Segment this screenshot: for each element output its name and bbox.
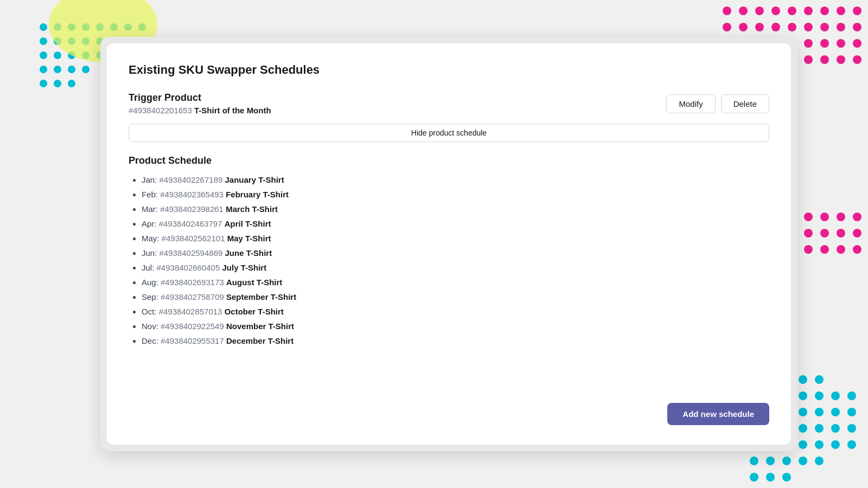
svg-point-112 xyxy=(799,457,807,465)
schedule-sku: #4938402398261 xyxy=(160,204,226,214)
svg-point-66 xyxy=(820,229,829,237)
schedule-list-item: Apr: #4938402463797 April T-Shirt xyxy=(142,219,769,228)
schedule-sku: #4938402594869 xyxy=(159,248,225,258)
svg-point-98 xyxy=(799,424,807,433)
svg-point-53 xyxy=(837,39,845,48)
trigger-name: T-Shirt of the Month xyxy=(194,106,271,115)
schedule-month: Jul: xyxy=(142,263,157,272)
svg-point-36 xyxy=(837,7,845,15)
svg-point-44 xyxy=(820,23,829,31)
card-wrapper: Existing SKU Swapper Schedules Trigger P… xyxy=(100,37,797,451)
svg-point-27 xyxy=(68,80,75,87)
svg-point-41 xyxy=(771,23,780,31)
schedule-product-name: September T-Shirt xyxy=(226,292,296,301)
svg-point-64 xyxy=(853,213,861,221)
pink-dots-mid-right xyxy=(797,206,868,342)
card-footer: Add new schedule xyxy=(129,392,769,425)
svg-point-17 xyxy=(54,52,61,59)
svg-point-45 xyxy=(837,23,845,31)
schedule-product-name: March T-Shirt xyxy=(226,204,278,214)
schedule-list-item: Jan: #4938402267189 January T-Shirt xyxy=(142,175,769,184)
svg-point-57 xyxy=(804,55,813,64)
schedule-month: Aug: xyxy=(142,278,161,287)
svg-point-2 xyxy=(68,23,75,31)
svg-point-105 xyxy=(799,440,807,449)
schedule-month: May: xyxy=(142,234,162,243)
schedule-list-item: Jul: #4938402660405 July T-Shirt xyxy=(142,263,769,272)
schedule-list-item: May: #4938402562101 May T-Shirt xyxy=(142,234,769,243)
svg-point-31 xyxy=(755,7,764,15)
svg-point-94 xyxy=(847,408,856,416)
svg-point-111 xyxy=(782,457,791,465)
svg-point-87 xyxy=(847,391,856,400)
schedule-sku: #4938402758709 xyxy=(161,292,226,301)
svg-point-84 xyxy=(799,391,807,400)
schedule-month: Jun: xyxy=(142,248,159,258)
schedule-sku: #4938402562101 xyxy=(162,234,227,243)
schedule-month: Apr: xyxy=(142,219,159,228)
add-new-schedule-button[interactable]: Add new schedule xyxy=(667,403,769,425)
svg-point-7 xyxy=(138,23,146,31)
svg-point-106 xyxy=(815,440,824,449)
svg-point-21 xyxy=(40,66,47,73)
svg-point-101 xyxy=(847,424,856,433)
svg-point-25 xyxy=(40,80,47,87)
schedule-month: Mar: xyxy=(142,204,160,214)
trigger-sku: #4938402201653 xyxy=(129,106,192,115)
schedule-month: Oct: xyxy=(142,307,159,316)
schedule-month: Nov: xyxy=(142,322,161,331)
schedule-product-name: December T-Shirt xyxy=(226,336,293,345)
svg-point-40 xyxy=(755,23,764,31)
svg-point-22 xyxy=(54,66,61,73)
svg-point-18 xyxy=(68,52,75,59)
svg-point-51 xyxy=(804,39,813,48)
svg-point-32 xyxy=(771,7,780,15)
schedule-product-name: January T-Shirt xyxy=(225,175,284,184)
svg-point-19 xyxy=(82,52,90,59)
svg-point-85 xyxy=(815,391,824,400)
main-card: Existing SKU Swapper Schedules Trigger P… xyxy=(107,43,791,445)
svg-point-100 xyxy=(831,424,840,433)
schedule-product-name: August T-Shirt xyxy=(226,278,282,287)
svg-point-107 xyxy=(831,440,840,449)
svg-point-26 xyxy=(54,80,61,87)
schedule-sku: #4938402922549 xyxy=(161,322,226,331)
svg-point-113 xyxy=(815,457,824,465)
svg-point-116 xyxy=(782,473,791,481)
schedule-sku: #4938402660405 xyxy=(157,263,222,272)
schedule-section-title: Product Schedule xyxy=(129,155,769,166)
svg-point-109 xyxy=(750,457,758,465)
svg-point-65 xyxy=(804,229,813,237)
delete-button[interactable]: Delete xyxy=(721,94,769,113)
hide-product-schedule-button[interactable]: Hide product schedule xyxy=(129,124,769,142)
svg-point-110 xyxy=(766,457,775,465)
schedule-list-item: Nov: #4938402922549 November T-Shirt xyxy=(142,322,769,331)
svg-point-42 xyxy=(788,23,796,31)
modify-button[interactable]: Modify xyxy=(666,94,715,113)
schedule-list-item: Sep: #4938402758709 September T-Shirt xyxy=(142,292,769,301)
svg-point-70 xyxy=(820,245,829,254)
svg-point-9 xyxy=(54,37,61,45)
svg-point-33 xyxy=(788,7,796,15)
schedule-month: Jan: xyxy=(142,175,159,184)
trigger-label: Trigger Product xyxy=(129,92,271,104)
svg-point-1 xyxy=(54,23,61,31)
svg-point-24 xyxy=(82,66,90,73)
schedule-sku: #4938402857013 xyxy=(159,307,225,316)
svg-point-80 xyxy=(815,375,824,384)
schedule-list-item: Aug: #4938402693173 August T-Shirt xyxy=(142,278,769,287)
svg-point-54 xyxy=(853,39,861,48)
schedule-month: Feb: xyxy=(142,190,160,199)
schedule-sku: #4938402693173 xyxy=(161,278,226,287)
trigger-info: Trigger Product #4938402201653 T-Shirt o… xyxy=(129,92,271,115)
svg-point-52 xyxy=(820,39,829,48)
svg-point-60 xyxy=(853,55,861,64)
schedule-product-name: October T-Shirt xyxy=(225,307,284,316)
svg-point-69 xyxy=(804,245,813,254)
svg-point-114 xyxy=(750,473,758,481)
trigger-action-buttons: Modify Delete xyxy=(666,94,769,113)
svg-point-5 xyxy=(110,23,118,31)
schedule-product-name: February T-Shirt xyxy=(226,190,289,199)
svg-point-86 xyxy=(831,391,840,400)
svg-point-61 xyxy=(804,213,813,221)
